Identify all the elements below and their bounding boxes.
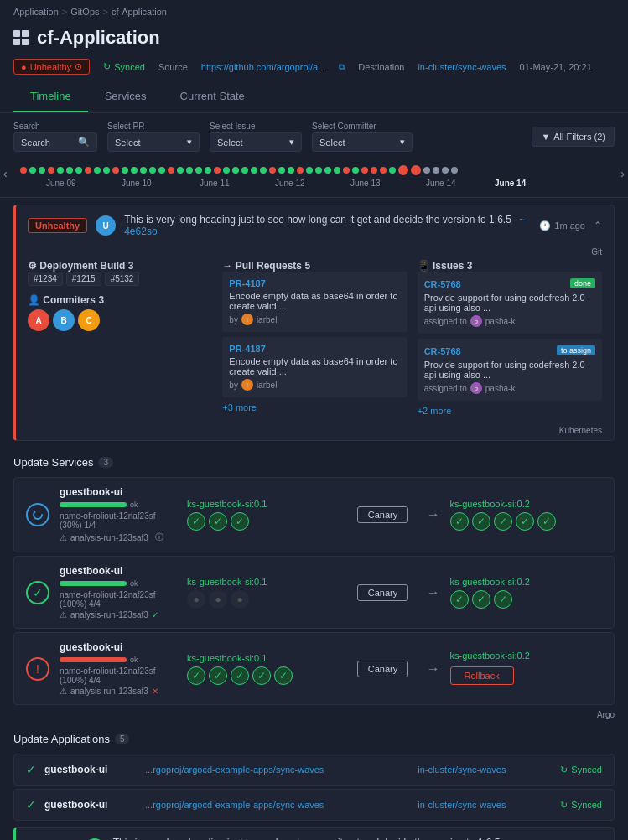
timeline-dot[interactable]	[20, 167, 27, 174]
timeline-dot[interactable]	[278, 167, 285, 174]
timeline-dot[interactable]	[442, 167, 449, 174]
timeline-dot[interactable]	[343, 167, 350, 174]
progress-bar-1	[60, 502, 127, 507]
timeline-dot[interactable]	[94, 167, 101, 174]
k8s-dst-label-1: ks-guestbook-si:0.2	[450, 499, 603, 509]
pr-more-link[interactable]: +3 more	[222, 402, 407, 412]
timeline-dot[interactable]	[186, 167, 193, 174]
k8s-dot-check-d3: ✓	[494, 590, 512, 609]
timeline-dot[interactable]	[158, 167, 165, 174]
timeline-dot[interactable]	[241, 167, 248, 174]
pr-filter-select[interactable]: Select ▾	[107, 132, 200, 152]
timeline-dot[interactable]	[205, 167, 211, 174]
assigned-label-2: assigned to	[424, 384, 467, 393]
timeline-label-june14a: June 14	[426, 179, 456, 188]
timeline-dot[interactable]	[177, 167, 184, 174]
timeline-dot[interactable]	[411, 165, 421, 175]
breadcrumb-app[interactable]: Application	[13, 7, 59, 17]
by-label-2: by	[229, 381, 238, 390]
issue-id-1: CR-5768	[424, 279, 461, 289]
pull-requests-col: → Pull Requests 5 PR-4187 Encode empty d…	[222, 260, 407, 416]
timeline-dot[interactable]	[269, 167, 276, 174]
timeline-dot[interactable]	[39, 167, 45, 174]
dest-value: in-cluster/sync-waves	[418, 62, 506, 72]
expand-icon-unhealthy[interactable]: ⌃	[594, 220, 602, 231]
timeline-dot[interactable]	[223, 167, 230, 174]
committers-section: 👤 Commiters 3 A B C	[28, 294, 212, 331]
timeline-dot[interactable]	[398, 165, 408, 175]
timeline-dot[interactable]	[315, 167, 322, 174]
breadcrumb-gitops[interactable]: GitOps	[70, 7, 99, 17]
timeline-dot[interactable]	[260, 167, 267, 174]
timeline-dot[interactable]	[297, 167, 304, 174]
timeline-dot[interactable]	[251, 167, 257, 174]
service-analysis-3: ⚠ analysis-run-123saf3 ✕	[60, 687, 177, 696]
timeline-dot[interactable]	[324, 167, 331, 174]
service-card-2: ✓ guestbook-ui ok name-of-roliout-12naf2…	[13, 556, 615, 629]
issue-filter-select[interactable]: Select ▾	[210, 132, 302, 152]
service-status-loading-1	[26, 503, 49, 526]
rollback-button[interactable]: Rollback	[450, 666, 514, 685]
issues-more-link[interactable]: +2 more	[418, 406, 602, 416]
source-url[interactable]: https://github.com/argoproj/a...	[201, 62, 326, 72]
unhealthy-info-icon: ⊙	[75, 61, 82, 72]
timeline-dot[interactable]	[334, 167, 340, 174]
timeline-dot[interactable]	[103, 167, 110, 174]
service-name-1: guestbook-ui	[60, 486, 177, 498]
committer-filter-select[interactable]: Select ▾	[312, 132, 413, 152]
timeline-dot[interactable]	[66, 167, 73, 174]
deploy-tag-1215: #1215	[66, 272, 101, 286]
timeline-dot[interactable]	[306, 167, 313, 174]
search-input-container[interactable]: Search 🔍	[13, 132, 97, 152]
timeline-dot[interactable]	[140, 167, 147, 174]
k8s-dot-check-d1: ✓	[450, 590, 469, 609]
timeline-dot[interactable]	[85, 167, 91, 174]
canary-button-2[interactable]: Canary	[357, 584, 408, 601]
timeline-dot[interactable]	[214, 167, 221, 174]
timeline-dot[interactable]	[352, 167, 359, 174]
timeline-dot[interactable]	[168, 167, 174, 174]
timeline-dot[interactable]	[75, 167, 82, 174]
timeline-dot[interactable]	[288, 167, 294, 174]
chevron-down-icon-2: ▾	[289, 137, 294, 148]
timeline-dot[interactable]	[48, 167, 54, 174]
arrow-separator-1: →	[427, 507, 440, 522]
filter-committer-group: Select Committer Select ▾	[312, 122, 413, 152]
k8s-dot-e4: ✓	[252, 666, 271, 685]
service-analysis-2: ⚠ analysis-run-123saf3 ✓	[60, 610, 177, 620]
committer-avatar-1: A	[28, 309, 49, 331]
tab-timeline[interactable]: Timeline	[13, 81, 88, 112]
timeline-dot[interactable]	[112, 167, 119, 174]
timeline-dot[interactable]	[131, 167, 138, 174]
commit-sep: ~	[519, 214, 525, 226]
progress-ok-3: ok	[130, 656, 138, 664]
timeline-dot[interactable]	[149, 167, 156, 174]
tab-current-state[interactable]: Current State	[163, 81, 262, 112]
timeline-dot[interactable]	[451, 167, 458, 174]
timeline-dot[interactable]	[380, 167, 387, 174]
commit-sep-h: ~	[508, 837, 514, 840]
tab-services[interactable]: Services	[88, 81, 163, 112]
k8s-dot-e3: ✓	[231, 666, 249, 685]
timeline-dot[interactable]	[433, 167, 439, 174]
timeline-dot[interactable]	[371, 167, 377, 174]
timeline-dot[interactable]	[29, 167, 36, 174]
canary-button-3[interactable]: Canary	[357, 661, 408, 677]
canary-button-1[interactable]: Canary	[357, 506, 408, 523]
timeline-dot[interactable]	[195, 167, 202, 174]
breadcrumb-cf[interactable]: cf-Application	[112, 7, 167, 17]
service-info-3: guestbook-ui ok name-of-roliout-12naf23s…	[60, 641, 177, 696]
timeline-dot[interactable]	[423, 167, 430, 174]
commit-header-unhealthy: Unhealthy U This is very long heading ju…	[16, 205, 614, 246]
timeline-dot[interactable]	[122, 167, 128, 174]
timeline-nav-right[interactable]: ›	[620, 167, 625, 180]
deployment-tags: #1234 #1215 #5132	[28, 272, 212, 286]
meta-text-3: name-of-roliout-12naf23sf (100%) 4/4	[60, 666, 177, 685]
timeline-dot[interactable]	[232, 167, 239, 174]
chevron-down-icon: ▾	[187, 137, 192, 148]
issue-item-1: CR-5768 done Provide support for using c…	[418, 272, 602, 334]
timeline-dot[interactable]	[389, 167, 396, 174]
all-filters-button[interactable]: ▼ All Filters (2)	[532, 127, 615, 147]
timeline-dot[interactable]	[57, 167, 64, 174]
timeline-dot[interactable]	[361, 167, 368, 174]
